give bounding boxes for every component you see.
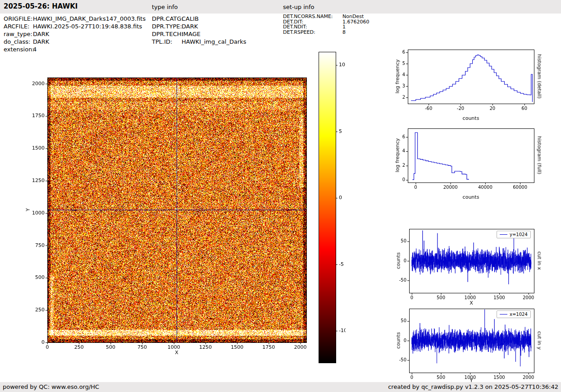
meta-label: TPL.ID:	[152, 38, 182, 46]
meta-value: CALIB	[182, 15, 199, 22]
meta-row: ORIGFILE:HAWKI_IMG_DARK_Darks147_0003.fi…	[4, 15, 146, 23]
meta-label: do_class:	[4, 38, 33, 46]
legend-label: y=1024	[510, 232, 528, 237]
section-title-setup-info: set-up info	[283, 4, 315, 10]
meta-label: DPR.TYPE:	[152, 23, 182, 30]
meta-row: DET.NDIT:1	[283, 24, 369, 30]
hist-detail-xaxis-label: counts	[448, 115, 493, 121]
colorbar	[319, 50, 346, 366]
cut-x-legend: y=1024	[497, 231, 531, 238]
meta-label: ORIGFILE:	[4, 15, 33, 23]
meta-label: DPR.TECH:	[152, 30, 182, 38]
meta-label: extension:	[4, 46, 33, 53]
hist-detail-yaxis-label: log frequency	[395, 52, 401, 101]
cut-x-yaxis-label: counts	[396, 236, 401, 286]
meta-row: raw_type:DARK	[4, 30, 146, 38]
histogram-full-plot	[390, 122, 542, 197]
hist-detail-side-label: histogram (detail)	[537, 52, 543, 101]
legend-label: x=1024	[510, 312, 528, 317]
cut-x-side-label: cut in x	[537, 236, 543, 286]
cut-y-side-label: cut in y	[537, 316, 543, 365]
meta-row: DPR.CATG:CALIB	[152, 15, 246, 23]
legend-line-sample	[500, 314, 507, 315]
dark-frame-image-plot	[22, 71, 319, 362]
hist-full-yaxis-label: log frequency	[395, 131, 401, 180]
legend-line-sample	[500, 234, 507, 235]
meta-value: HAWKI_IMG_DARK_Darks147_0003.fits	[33, 15, 146, 22]
file-info-block: ORIGFILE:HAWKI_IMG_DARK_Darks147_0003.fi…	[4, 15, 146, 53]
meta-value: DARK	[33, 38, 49, 45]
meta-label: DPR.CATG:	[152, 15, 182, 23]
meta-row: extension:4	[4, 46, 146, 53]
cut-y-yaxis-label: counts	[396, 316, 401, 365]
meta-value: 4	[33, 46, 36, 53]
meta-label: DET.NCORRS.NAME:	[283, 14, 342, 19]
hist-full-xaxis-label: counts	[448, 194, 493, 200]
type-info-block: DPR.CATG:CALIB DPR.TYPE:DARK DPR.TECH:IM…	[152, 15, 246, 46]
header-bar: 2025-05-26: HAWKI type info set-up info	[0, 0, 561, 14]
meta-value: HAWKI_img_cal_Darks	[182, 38, 246, 45]
meta-value: IMAGE	[182, 31, 201, 37]
meta-row: do_class:DARK	[4, 38, 146, 46]
meta-row: DPR.TECH:IMAGE	[152, 30, 246, 38]
meta-row: ARCFILE:HAWKI.2025-05-27T10:19:48.838.fi…	[4, 23, 146, 30]
histogram-detail-plot	[390, 43, 542, 118]
main-xaxis-label: X	[154, 350, 199, 356]
main-yaxis-label: Y	[25, 185, 31, 235]
footer-created-by: created by qc_rawdisp.py v1.2.3 on 2025-…	[388, 383, 558, 390]
page-title: 2025-05-26: HAWKI	[4, 2, 78, 10]
footer-bar: powered by QC: www.eso.org/HC created by…	[0, 382, 561, 392]
hist-full-side-label: histogram (full)	[537, 131, 543, 180]
meta-label: DET.NDIT:	[283, 24, 342, 30]
meta-value: 1.6762060	[342, 19, 369, 25]
meta-value: DARK	[33, 31, 49, 37]
section-title-type-info: type info	[152, 4, 178, 10]
meta-value: DARK	[182, 23, 198, 30]
meta-value: HAWKI.2025-05-27T10:19:48.838.fits	[33, 23, 142, 30]
meta-value: 8	[342, 29, 346, 35]
setup-info-block: DET.NCORRS.NAME:NonDest DET.DIT:1.676206…	[283, 14, 369, 35]
meta-label: ARCFILE:	[4, 23, 33, 30]
meta-row: TPL.ID:HAWKI_img_cal_Darks	[152, 38, 246, 46]
cut-y-legend: x=1024	[497, 310, 531, 318]
footer-powered-by: powered by QC: www.eso.org/HC	[3, 383, 99, 390]
meta-label: raw_type:	[4, 30, 33, 38]
meta-row: DPR.TYPE:DARK	[152, 23, 246, 30]
meta-row: DET.RSPEED:8	[283, 30, 369, 35]
meta-label: DET.RSPEED:	[283, 30, 342, 35]
